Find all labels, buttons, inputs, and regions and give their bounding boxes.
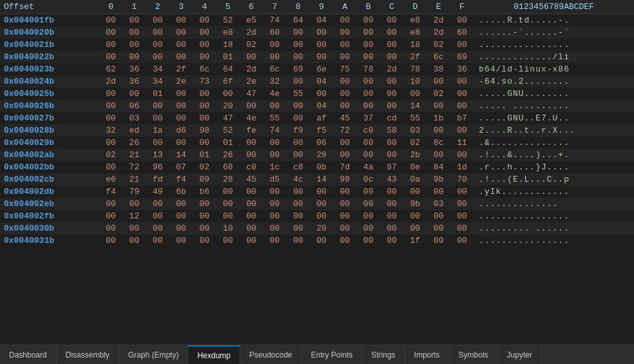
cell-byte: 00	[146, 26, 169, 39]
cell-byte: 00	[216, 235, 240, 247]
cell-byte: 32	[99, 124, 122, 137]
cell-byte: 00	[99, 39, 122, 51]
cell-byte: 00	[450, 14, 474, 27]
cell-offset: 0x0040031b	[0, 235, 99, 247]
cell-byte: 00	[427, 124, 450, 137]
table-row[interactable]: 0x0040023b6236342f6c642d6c696e75782d7838…	[0, 63, 634, 75]
cell-byte: 00	[216, 186, 240, 198]
cell-byte: fe	[240, 124, 263, 137]
tab-entry-points[interactable]: Entry Points	[302, 345, 363, 364]
table-row[interactable]: 0x0040025b000001000000474e55000000000002…	[0, 88, 634, 100]
cell-byte: 74	[263, 14, 286, 27]
cell-byte: 00	[310, 51, 333, 63]
table-row[interactable]: 0x0040022b000000000001000000000000002f6c…	[0, 51, 634, 63]
cell-ascii: ......-`......-`	[474, 26, 634, 39]
cell-byte: 26	[122, 137, 146, 149]
table-row[interactable]: 0x0040028b32ed1ad69852fe74f9f572c0580300…	[0, 124, 634, 137]
cell-byte: 0e	[403, 161, 427, 173]
table-row[interactable]: 0x0040027b0003000000474e5500af4537cd551b…	[0, 112, 634, 124]
cell-byte: 00	[169, 100, 193, 112]
table-row[interactable]: 0x004002cbe621fdf4092845d54c14980c430a9b…	[0, 173, 634, 186]
table-row[interactable]: 0x0040024b2d36342e736f2e3200040000001000…	[0, 75, 634, 88]
cell-byte: 52	[216, 14, 240, 27]
table-row[interactable]: 0x0040020b0000000000e82d600000000000e82d…	[0, 26, 634, 39]
cell-byte: 00	[357, 75, 380, 88]
cell-byte: 6c	[193, 63, 216, 75]
cell-byte: 00	[240, 137, 263, 149]
cell-byte: 32	[263, 75, 286, 88]
cell-byte: 1d	[450, 161, 474, 173]
cell-byte: 00	[263, 235, 286, 247]
cell-byte: 6f	[216, 75, 240, 88]
cell-byte: 12	[122, 210, 146, 222]
table-row[interactable]: 0x004002eb000000000000000000000000009b03…	[0, 198, 634, 210]
hex-table-header: Offset 0 1 2 3 4 5 6 7 8 9 A B C D E F 0…	[0, 0, 634, 14]
cell-byte: e8	[403, 26, 427, 39]
table-row[interactable]: 0x004002ab022113140126000000290000002b00…	[0, 149, 634, 161]
tab-dashboard[interactable]: Dashboard	[0, 345, 57, 364]
cell-byte: 00	[357, 222, 380, 235]
cell-byte: 00	[450, 88, 474, 100]
tab-strings[interactable]: Strings	[362, 345, 405, 364]
cell-byte: 00	[99, 161, 122, 173]
cell-byte: 2d	[240, 26, 263, 39]
cell-byte: 00	[427, 222, 450, 235]
table-row[interactable]: 0x0040030b000000000010000000200000000000…	[0, 222, 634, 235]
table-row[interactable]: 0x004002fb001200000000000000000000000000…	[0, 210, 634, 222]
tab-disassembly[interactable]: Disassembly	[57, 345, 119, 364]
tab-imports[interactable]: Imports	[405, 345, 450, 364]
cell-byte: 2d	[380, 63, 403, 75]
cell-offset: 0x004002db	[0, 186, 99, 198]
table-row[interactable]: 0x004002dbf479496bb600000000000000000000…	[0, 186, 634, 198]
cell-byte: 14	[310, 173, 333, 186]
cell-byte: 00	[122, 14, 146, 27]
table-row[interactable]: 0x0040029b00260000000100000006000000028c…	[0, 137, 634, 149]
cell-byte: 00	[403, 222, 427, 235]
cell-offset: 0x004002fb	[0, 210, 99, 222]
cell-byte: 00	[122, 88, 146, 100]
cell-byte: 36	[122, 63, 146, 75]
cell-byte: 02	[427, 39, 450, 51]
cell-byte: 00	[216, 198, 240, 210]
cell-byte: 02	[193, 161, 216, 173]
tab-symbols[interactable]: Symbols	[450, 345, 498, 364]
cell-byte: 00	[310, 26, 333, 39]
cell-byte: 00	[357, 14, 380, 27]
table-row[interactable]: 0x0040031b000000000000000000000000001f00…	[0, 235, 634, 247]
cell-byte: 1c	[263, 161, 286, 173]
cell-offset: 0x0040021b	[0, 39, 99, 51]
col-5: 5	[216, 0, 240, 14]
col-b: B	[357, 0, 380, 14]
cell-byte: 00	[240, 149, 263, 161]
cell-offset: 0x0040025b	[0, 88, 99, 100]
cell-byte: 03	[122, 112, 146, 124]
col-2: 2	[146, 0, 169, 14]
tab-graph-empty[interactable]: Graph (Empty)	[119, 345, 189, 364]
cell-byte: 00	[357, 100, 380, 112]
tab-pseudocode[interactable]: Pseudocode	[240, 345, 302, 364]
cell-byte: 00	[380, 14, 403, 27]
tab-jupyter[interactable]: Jupyter	[498, 345, 542, 364]
cell-byte: 00	[99, 210, 122, 222]
cell-byte: 00	[287, 75, 310, 88]
table-row[interactable]: 0x0040021b000000000018020000000000001802…	[0, 39, 634, 51]
table-row[interactable]: 0x004002bb007296070268c01cc80b7d4a870e84…	[0, 161, 634, 173]
cell-ascii: .....R.td.....-.	[474, 14, 634, 27]
cell-byte: 6c	[263, 63, 286, 75]
cell-byte: 00	[380, 186, 403, 198]
cell-byte: 98	[333, 173, 356, 186]
cell-byte: 00	[427, 210, 450, 222]
cell-byte: 00	[99, 198, 122, 210]
col-3: 3	[169, 0, 193, 14]
cell-byte: 00	[333, 14, 356, 27]
table-row[interactable]: 0x004001fb000000000052e5746404000000e82d…	[0, 14, 634, 27]
cell-byte: 20	[310, 222, 333, 235]
cell-byte: 03	[403, 124, 427, 137]
cell-byte: c0	[240, 161, 263, 173]
table-row[interactable]: 0x0040026b000600000020000000040000001400…	[0, 100, 634, 112]
cell-byte: 00	[357, 198, 380, 210]
tab-hexdump[interactable]: Hexdump	[188, 345, 240, 364]
cell-byte: e8	[403, 14, 427, 27]
cell-byte: 00	[287, 26, 310, 39]
cell-byte: 96	[146, 161, 169, 173]
